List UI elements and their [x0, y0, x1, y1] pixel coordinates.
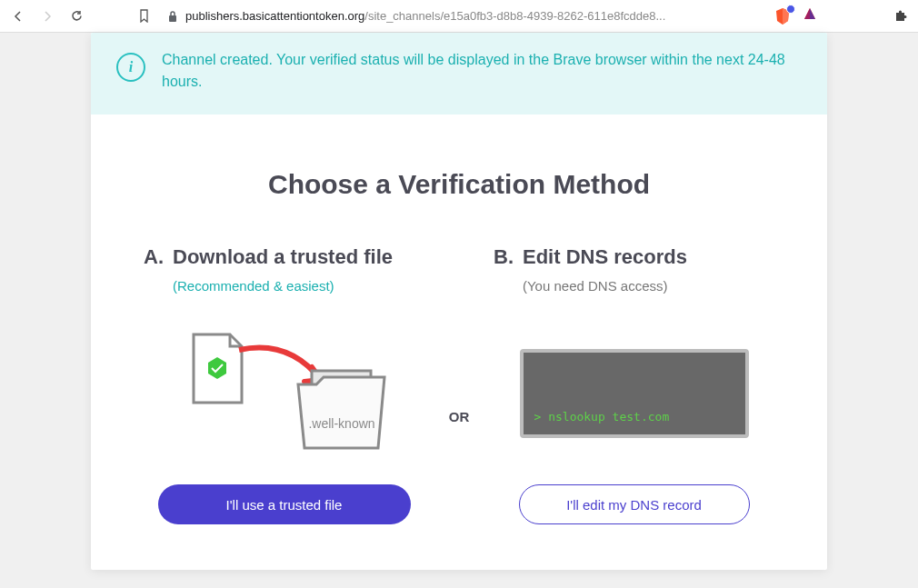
edit-dns-record-button[interactable]: I'll edit my DNS record [519, 484, 750, 524]
option-a-subtitle: (Recommended & easiest) [173, 278, 424, 294]
url-domain: publishers.basicattentiontoken.org [185, 9, 364, 23]
brave-shields-icon[interactable] [774, 7, 793, 25]
back-icon [12, 10, 25, 23]
info-alert: i Channel created. Your verified status … [91, 33, 827, 115]
option-trusted-file: A. Download a trusted file (Recommended … [136, 245, 432, 524]
url-path: /site_channels/e15a0fb3-d8b8-4939-8262-6… [364, 9, 665, 23]
svg-rect-0 [169, 15, 176, 22]
bookmark-icon [138, 9, 150, 23]
folder-label: .well-known [308, 416, 374, 431]
page-title: Choose a Verification Method [136, 169, 782, 200]
shields-badge [786, 5, 795, 14]
option-b-letter: B. [494, 245, 514, 269]
forward-button[interactable] [38, 7, 56, 25]
or-separator: OR [432, 409, 486, 424]
lock-icon [167, 10, 178, 23]
brave-rewards-icon[interactable] [802, 6, 818, 26]
address-bar[interactable]: publishers.basicattentiontoken.org/site_… [164, 9, 758, 23]
option-a-letter: A. [144, 245, 164, 269]
browser-toolbar: publishers.basicattentiontoken.org/site_… [0, 0, 918, 33]
use-trusted-file-button[interactable]: I'll use a trusted file [158, 484, 411, 524]
terminal-command: > nslookup test.com [534, 410, 734, 424]
reload-button[interactable] [67, 7, 85, 25]
puzzle-icon [893, 9, 907, 23]
bookmark-button[interactable] [135, 7, 153, 25]
reload-icon [70, 9, 84, 23]
terminal-illustration: > nslookup test.com [520, 349, 749, 438]
option-b-subtitle: (You need DNS access) [523, 278, 774, 294]
file-folder-illustration: .well-known [136, 312, 432, 475]
option-b-title: Edit DNS records [523, 245, 687, 269]
option-dns-records: B. Edit DNS records (You need DNS access… [486, 245, 782, 524]
info-icon: i [116, 53, 145, 82]
extensions-button[interactable] [891, 7, 909, 25]
alert-message: Channel created. Your verified status wi… [162, 49, 802, 93]
option-a-title: Download a trusted file [173, 245, 393, 269]
forward-icon [41, 10, 54, 23]
main-card: i Channel created. Your verified status … [91, 33, 827, 570]
back-button[interactable] [9, 7, 27, 25]
